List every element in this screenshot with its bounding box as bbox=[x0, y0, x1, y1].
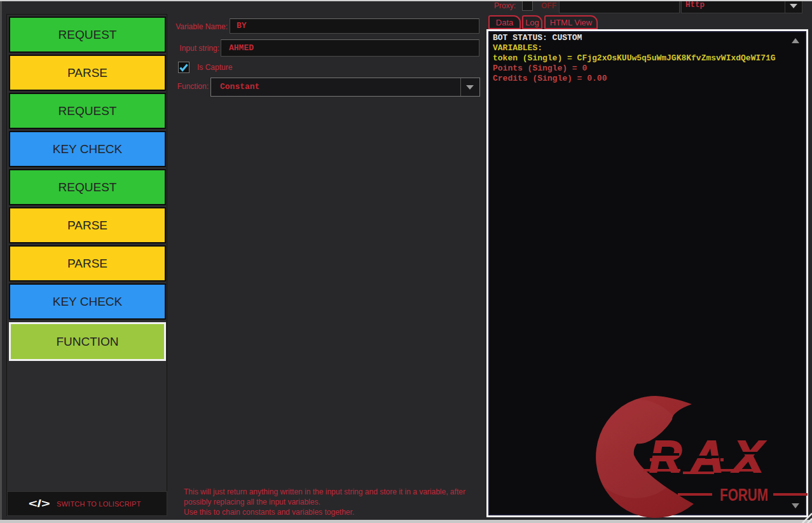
svg-text:FORUM: FORUM bbox=[720, 485, 768, 505]
